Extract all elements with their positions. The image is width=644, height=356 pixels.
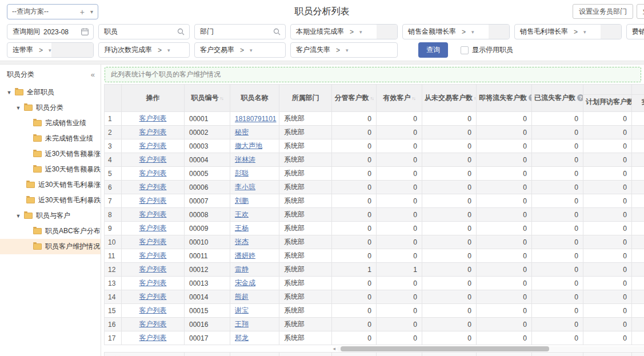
sort-icon[interactable]: ↑↓: [370, 96, 374, 101]
employee-name-link[interactable]: 张杰: [235, 238, 249, 246]
help-icon[interactable]: ?: [529, 94, 532, 101]
customer-list-link[interactable]: 客户列表: [139, 251, 167, 259]
customer-list-link[interactable]: 客户列表: [139, 197, 167, 205]
chevron-down-icon[interactable]: ▾: [583, 29, 586, 35]
tree-item-职员客户维护情况[interactable]: 职员客户维护情况: [0, 239, 101, 254]
checkbox-icon[interactable]: [461, 46, 469, 54]
chevron-down-icon[interactable]: ▾: [167, 47, 170, 53]
col-header-分管客户数[interactable]: 分管客户数↑↓: [332, 85, 377, 112]
col-header-职员名称[interactable]: 职员名称: [230, 85, 279, 112]
filter-operator[interactable]: >: [240, 46, 244, 54]
employee-name-link[interactable]: 张林涛: [235, 155, 255, 163]
sort-icon[interactable]: ↑↓: [220, 96, 223, 101]
customer-list-link[interactable]: 客户列表: [139, 238, 167, 246]
filter-拜访次数完成率[interactable]: 拜访次数完成率>▾: [98, 42, 190, 58]
tree-item-完成销售业绩[interactable]: 完成销售业绩: [0, 115, 101, 131]
chevron-down-icon[interactable]: ▾: [250, 47, 253, 53]
employee-name-link[interactable]: 宋金成: [235, 279, 255, 287]
tree-item-近30天销售额暴涨[interactable]: 近30天销售额暴涨: [0, 146, 101, 162]
filter-threshold-input[interactable]: [489, 25, 509, 39]
tree-item-近30天销售额暴跌[interactable]: 近30天销售额暴跌: [0, 162, 101, 177]
employee-name-link[interactable]: 王翔: [235, 320, 249, 328]
employee-name-link[interactable]: 王欢: [235, 210, 249, 218]
filter-查询期间[interactable]: 查询期间2023-08: [7, 24, 94, 39]
customer-list-link[interactable]: 客户列表: [139, 265, 167, 273]
col-header-所属部门[interactable]: 所属部门: [279, 85, 332, 112]
filter-客户流失率[interactable]: 客户流失率>▾: [290, 42, 398, 58]
filter-销售金额增长率[interactable]: 销售金额增长率>▾: [402, 24, 510, 39]
filter-销售毛利增长率[interactable]: 销售毛利增长率>▾: [514, 24, 622, 39]
customer-list-link[interactable]: 客户列表: [139, 114, 167, 122]
tree-item-职员与客户[interactable]: ▼职员与客户: [0, 208, 101, 223]
filter-operator[interactable]: >: [158, 46, 162, 54]
col-header-从未交易客户数[interactable]: 从未交易客户数↑↓: [422, 85, 477, 112]
customer-list-link[interactable]: 客户列表: [139, 210, 167, 218]
col-header-有效客户[interactable]: 有效客户↑↓: [377, 85, 422, 112]
employee-name-link[interactable]: 熊超: [235, 293, 249, 301]
employee-name-link[interactable]: 雷静: [235, 265, 249, 273]
employee-name-link[interactable]: 18180791101: [235, 115, 277, 123]
search-icon[interactable]: [273, 28, 281, 35]
filter-operator[interactable]: >: [336, 46, 340, 54]
customer-list-link[interactable]: 客户列表: [139, 169, 167, 177]
filter-operator[interactable]: >: [350, 28, 354, 36]
tree-item-近30天销售毛利暴涨[interactable]: 近30天销售毛利暴涨: [0, 177, 101, 193]
employee-name-link[interactable]: 王杨: [235, 224, 249, 232]
customer-list-link[interactable]: 客户列表: [139, 224, 167, 232]
customer-list-link[interactable]: 客户列表: [139, 334, 167, 342]
filter-职员[interactable]: 职员: [98, 24, 190, 39]
chevron-down-icon[interactable]: ▾: [471, 29, 474, 35]
sort-icon[interactable]: ↑↓: [412, 96, 415, 101]
filter-threshold-input[interactable]: [51, 43, 94, 57]
tree-item-全部职员[interactable]: ▼全部职员: [0, 85, 101, 100]
filter-连带率[interactable]: 连带率>▾: [7, 42, 94, 58]
col-header-即将流失客户数[interactable]: 即将流失客户数?↑↓: [477, 85, 532, 112]
tree-expand-icon[interactable]: ▼: [6, 90, 13, 95]
tree-item-近30天销售毛利暴跌[interactable]: 近30天销售毛利暴跌: [0, 193, 101, 208]
col-header-实际拜[interactable]: 实际拜: [632, 85, 644, 112]
chevron-down-icon[interactable]: ▾: [49, 47, 51, 53]
scroll-left-icon[interactable]: ◂: [333, 346, 336, 351]
filter-operator[interactable]: >: [39, 46, 43, 54]
filter-operator[interactable]: >: [462, 28, 466, 36]
employee-name-link[interactable]: 郑龙: [235, 334, 249, 342]
help-icon[interactable]: ?: [577, 94, 583, 101]
query-plan-select[interactable]: --查询方案-- + ▾: [7, 4, 98, 19]
filter-threshold-input[interactable]: [377, 25, 397, 39]
set-salesman-dept-button[interactable]: 设置业务员部门: [573, 4, 633, 19]
filter-部门[interactable]: 部门: [194, 24, 286, 39]
tree-item-职员分类[interactable]: ▼职员分类: [0, 100, 101, 115]
tree-expand-icon[interactable]: ▼: [15, 105, 22, 111]
employee-name-link[interactable]: 李小琼: [235, 183, 255, 191]
filter-本期业绩完成率[interactable]: 本期业绩完成率>▾: [290, 24, 398, 39]
scrollbar-thumb[interactable]: [341, 346, 549, 351]
add-plan-icon[interactable]: +: [80, 7, 85, 17]
employee-name-link[interactable]: 秘密: [235, 128, 249, 136]
search-icon[interactable]: [177, 28, 185, 35]
customer-list-link[interactable]: 客户列表: [139, 293, 167, 301]
col-header-计划拜访客户数[interactable]: 计划拜访客户数↓: [583, 85, 632, 112]
customer-list-link[interactable]: 客户列表: [139, 142, 167, 150]
chevron-down-icon[interactable]: ▾: [90, 9, 93, 15]
employee-name-link[interactable]: 撒大声地: [235, 142, 262, 150]
filter-费销比[interactable]: 费销比: [626, 24, 644, 39]
employee-name-link[interactable]: 谢宝: [235, 306, 249, 314]
scrollbar-track[interactable]: [337, 346, 644, 351]
col-header-已流失客户数[interactable]: 已流失客户数?↑↓: [532, 85, 583, 112]
chevron-down-icon[interactable]: ▾: [359, 29, 362, 35]
col-header-index[interactable]: [105, 85, 122, 112]
employee-name-link[interactable]: 彭聪: [235, 169, 249, 177]
query-button[interactable]: 查询: [418, 42, 448, 58]
customer-list-link[interactable]: 客户列表: [139, 183, 167, 191]
calendar-icon[interactable]: [81, 28, 89, 35]
filter-threshold-input[interactable]: [601, 25, 621, 39]
filter-客户交易率[interactable]: 客户交易率>▾: [194, 42, 286, 58]
customer-list-link[interactable]: 客户列表: [139, 320, 167, 328]
collapse-sidebar-icon[interactable]: «: [91, 70, 95, 79]
col-header-操作[interactable]: 操作: [122, 85, 185, 112]
customer-list-link[interactable]: 客户列表: [139, 155, 167, 163]
clipped-right-button[interactable]: 业: [637, 4, 644, 19]
employee-name-link[interactable]: 潘妍婷: [235, 251, 255, 259]
customer-list-link[interactable]: 客户列表: [139, 306, 167, 314]
sort-icon[interactable]: ↑↓: [474, 96, 477, 101]
